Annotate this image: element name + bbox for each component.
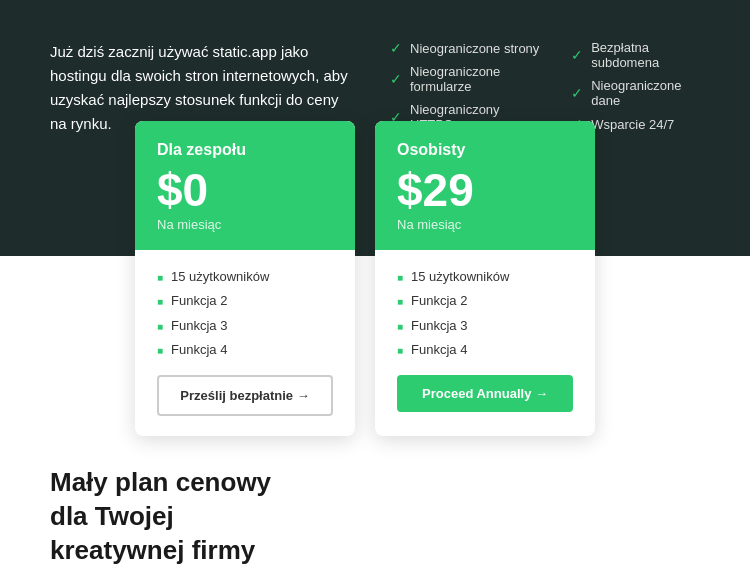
card-body: ■ 15 użytkowników ■ Funkcja 2 ■ Funkcja … [135,250,355,436]
bullet-icon: ■ [157,295,163,309]
card-title: Dla zespołu [157,141,333,159]
bullet-icon: ■ [157,271,163,285]
pricing-card-1: Osobisty $29 Na miesiąc ■ 15 użytkownikó… [375,121,595,436]
feature-item: ✓Nieograniczone dane [571,78,700,108]
check-icon: ✓ [571,85,583,101]
features-col-2: ✓Bezpłatna subdomena✓Nieograniczone dane… [571,40,700,132]
bullet-icon: ■ [397,271,403,285]
card-cta-button[interactable]: Proceed Annually → [397,375,573,412]
features-col-1: ✓Nieograniczone strony✓Nieograniczone fo… [390,40,541,132]
feature-list: ■ 15 użytkowników ■ Funkcja 2 ■ Funkcja … [157,268,333,359]
feature-item: ✓Nieograniczone strony [390,40,541,56]
card-period: Na miesiąc [397,217,573,232]
pricing-card-0: Dla zespołu $0 Na miesiąc ■ 15 użytkowni… [135,121,355,436]
card-feature-item: ■ 15 użytkowników [397,268,573,286]
pricing-cards-area: Dla zespołu $0 Na miesiąc ■ 15 użytkowni… [135,121,615,436]
bullet-icon: ■ [397,320,403,334]
check-icon: ✓ [571,47,583,63]
feature-item: ✓Bezpłatna subdomena [571,40,700,70]
card-price: $0 [157,167,333,213]
card-header: Dla zespołu $0 Na miesiąc [135,121,355,250]
bullet-icon: ■ [157,344,163,358]
top-section: Już dziś zacznij używać static.app jako … [0,0,750,256]
card-header: Osobisty $29 Na miesiąc [375,121,595,250]
card-feature-item: ■ Funkcja 3 [157,317,333,335]
card-cta-button[interactable]: Prześlij bezpłatnie → [157,375,333,416]
card-feature-item: ■ Funkcja 3 [397,317,573,335]
card-feature-item: ■ 15 użytkowników [157,268,333,286]
card-body: ■ 15 użytkowników ■ Funkcja 2 ■ Funkcja … [375,250,595,432]
card-feature-item: ■ Funkcja 2 [397,292,573,310]
bottom-title: Mały plan cenowy dla Twojej kreatywnej f… [50,466,290,567]
card-price: $29 [397,167,573,213]
card-feature-item: ■ Funkcja 4 [397,341,573,359]
bullet-icon: ■ [397,295,403,309]
card-feature-item: ■ Funkcja 4 [157,341,333,359]
card-feature-item: ■ Funkcja 2 [157,292,333,310]
check-icon: ✓ [390,40,402,56]
bullet-icon: ■ [397,344,403,358]
check-icon: ✓ [390,71,402,87]
feature-list: ■ 15 użytkowników ■ Funkcja 2 ■ Funkcja … [397,268,573,359]
bullet-icon: ■ [157,320,163,334]
feature-item: ✓Nieograniczone formularze [390,64,541,94]
card-title: Osobisty [397,141,573,159]
card-period: Na miesiąc [157,217,333,232]
features-columns: ✓Nieograniczone strony✓Nieograniczone fo… [390,40,700,132]
